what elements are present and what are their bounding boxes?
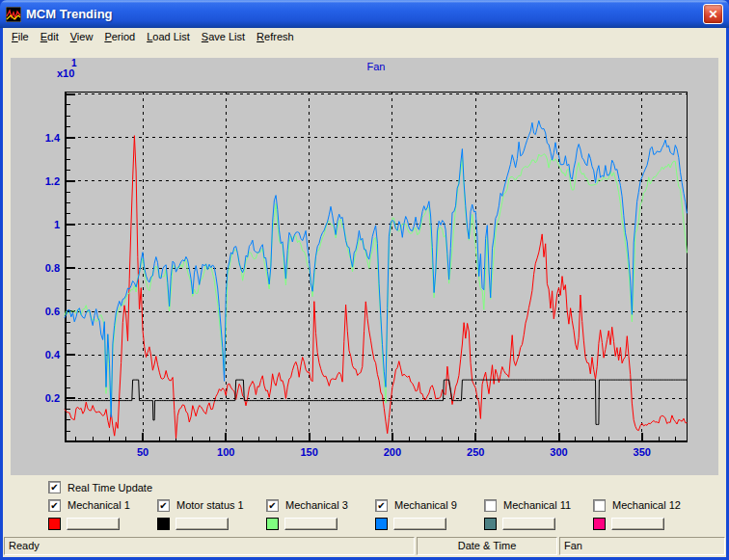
color-button-mechanical-1[interactable]: [67, 518, 120, 530]
statusbar: Ready Date & Time Fan: [3, 533, 726, 557]
chart-title: Fan: [65, 61, 688, 72]
legend-item-mechanical-9: ✔Mechanical 9: [375, 498, 484, 530]
label-mechanical-9: Mechanical 9: [394, 499, 457, 511]
checkbox-mechanical-12[interactable]: [593, 499, 606, 512]
tick-label: 350: [634, 446, 651, 458]
tick-label: 150: [300, 446, 317, 458]
color-swatch-mechanical-3[interactable]: [266, 518, 279, 530]
tick-label: 0.4: [45, 349, 61, 360]
series-mechanical-3: [65, 154, 688, 415]
label-mechanical-3: Mechanical 3: [285, 499, 348, 511]
trend-chart: 501001502002503003500.20.40.60.811.21.4: [11, 58, 718, 475]
checkbox-motor-status-1[interactable]: ✔: [157, 499, 170, 512]
tick-label: 0.2: [45, 392, 60, 404]
tick-label: 1: [54, 219, 60, 230]
menu-item-refresh[interactable]: Refresh: [251, 29, 300, 44]
tick-label: 0.6: [45, 306, 60, 317]
close-button[interactable]: ✕: [703, 4, 723, 24]
checkbox-mechanical-3[interactable]: ✔: [266, 499, 279, 512]
realtime-update-checkbox[interactable]: ✔: [48, 481, 61, 493]
label-mechanical-12: Mechanical 12: [612, 499, 681, 511]
tick-label: 0.8: [45, 262, 60, 274]
checkbox-mechanical-9[interactable]: ✔: [375, 499, 388, 512]
menubar: FileEditViewPeriodLoad ListSave ListRefr…: [3, 28, 726, 45]
status-message: Ready: [4, 537, 415, 555]
color-swatch-mechanical-1[interactable]: [48, 518, 61, 530]
tick-label: 1.4: [45, 132, 61, 144]
color-swatch-mechanical-9[interactable]: [375, 518, 388, 530]
menu-item-load-list[interactable]: Load List: [141, 29, 196, 44]
tick-label: 200: [384, 446, 401, 458]
window-body: FileEditViewPeriodLoad ListSave ListRefr…: [3, 28, 726, 557]
label-motor-status-1: Motor status 1: [176, 499, 244, 511]
menu-item-view[interactable]: View: [65, 29, 99, 44]
window-title: MCM Trending: [26, 7, 703, 21]
color-button-mechanical-12[interactable]: [611, 518, 664, 530]
series-motor-status-1: [65, 380, 688, 424]
app-icon: [6, 7, 21, 22]
status-date-time: Date & Time: [417, 537, 557, 555]
color-swatch-motor-status-1[interactable]: [157, 518, 170, 530]
legend-item-mechanical-12: Mechanical 12: [593, 498, 702, 530]
realtime-update-row: ✔ Real Time Update: [48, 481, 152, 493]
legend-item-motor-status-1: ✔Motor status 1: [157, 498, 266, 530]
tick-label: 100: [217, 446, 234, 458]
realtime-update-label: Real Time Update: [68, 482, 152, 493]
app-window: MCM Trending ✕ FileEditViewPeriodLoad Li…: [0, 0, 729, 560]
tick-label: 250: [467, 446, 484, 458]
status-context: Fan: [559, 537, 725, 555]
menu-item-edit[interactable]: Edit: [35, 29, 65, 44]
titlebar[interactable]: MCM Trending ✕: [0, 0, 729, 28]
legend-grid: ✔Mechanical 1✔Motor status 1✔Mechanical …: [48, 498, 702, 530]
menu-item-period[interactable]: Period: [98, 29, 141, 44]
tick-label: 1.2: [45, 175, 60, 187]
color-button-motor-status-1[interactable]: [176, 518, 229, 530]
legend-item-mechanical-3: ✔Mechanical 3: [266, 498, 375, 530]
color-swatch-mechanical-11[interactable]: [484, 518, 497, 530]
tick-label: 50: [137, 446, 148, 458]
color-button-mechanical-11[interactable]: [502, 518, 555, 530]
legend-item-mechanical-11: Mechanical 11: [484, 498, 593, 530]
chart-panel: 501001502002503003500.20.40.60.811.21.4 …: [11, 58, 718, 475]
color-button-mechanical-3[interactable]: [284, 518, 338, 530]
tick-label: 300: [550, 446, 567, 458]
checkbox-mechanical-1[interactable]: ✔: [48, 499, 61, 512]
legend-item-mechanical-1: ✔Mechanical 1: [48, 498, 157, 530]
menu-item-file[interactable]: File: [6, 29, 35, 44]
color-button-mechanical-9[interactable]: [393, 518, 446, 530]
label-mechanical-1: Mechanical 1: [68, 499, 130, 511]
close-icon: ✕: [708, 8, 717, 21]
color-swatch-mechanical-12[interactable]: [593, 518, 606, 530]
label-mechanical-11: Mechanical 11: [503, 499, 571, 511]
menu-item-save-list[interactable]: Save List: [196, 29, 251, 44]
checkbox-mechanical-11[interactable]: [484, 499, 497, 512]
